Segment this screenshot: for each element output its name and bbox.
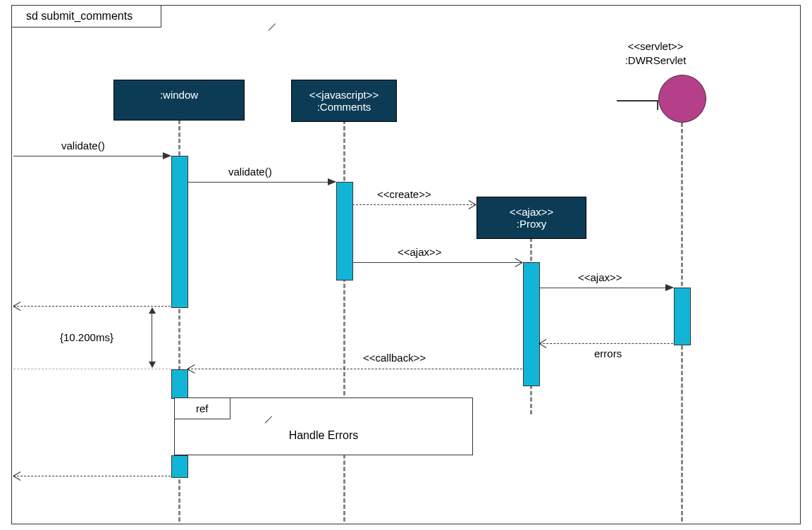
- frame-title-text: sd submit_comments: [26, 10, 133, 22]
- message-validate-2-arrow: [328, 178, 336, 185]
- proxy-activation: [523, 262, 540, 386]
- message-validate-1: [13, 156, 171, 156]
- sequence-diagram: sd submit_comments <<servlet>> :DWRServl…: [0, 0, 812, 530]
- ref-frame-notch: [258, 409, 273, 424]
- message-validate-1-arrow: [163, 152, 171, 159]
- window-activation-2: [171, 369, 188, 399]
- frame-title-notch: [262, 16, 276, 31]
- time-constraint-label: {10.200ms}: [60, 331, 113, 343]
- window-activation-3: [171, 455, 188, 478]
- window-participant: :window: [113, 80, 245, 121]
- proxy-stereotype: <<ajax>>: [483, 206, 580, 218]
- message-validate-2: [187, 182, 336, 183]
- servlet-activation: [674, 288, 691, 345]
- message-callback-guide: [13, 369, 171, 369]
- ref-frame-label: ref: [175, 398, 230, 419]
- frame-title: sd submit_comments: [12, 6, 161, 27]
- comments-name: :Comments: [297, 101, 390, 113]
- comments-participant: <<javascript>> :Comments: [291, 80, 397, 122]
- proxy-name: :Proxy: [483, 218, 580, 230]
- proxy-participant: <<ajax>> :Proxy: [476, 197, 586, 239]
- message-ajax-2: [539, 288, 673, 288]
- servlet-stereotype: <<servlet>>: [613, 39, 698, 54]
- ref-label-text: ref: [196, 402, 209, 414]
- message-ajax-1: [352, 262, 522, 263]
- return-window-1: [13, 306, 171, 307]
- message-create: [352, 204, 476, 205]
- servlet-interface-circle: [658, 75, 706, 123]
- time-constraint-arrow: [152, 308, 152, 367]
- ref-content-text: Handle Errors: [175, 429, 472, 442]
- comments-lifeline: [343, 120, 345, 522]
- message-errors: [539, 343, 673, 344]
- message-callback-label: <<callback>>: [363, 352, 426, 364]
- servlet-label: <<servlet>> :DWRServlet: [613, 39, 698, 67]
- servlet-connector-bar: [617, 100, 658, 101]
- return-window-2: [13, 476, 171, 476]
- message-validate-2-label: validate(): [228, 166, 272, 178]
- comments-activation: [336, 182, 353, 281]
- message-callback: [187, 369, 522, 369]
- message-create-label: <<create>>: [377, 188, 431, 200]
- message-validate-1-label: validate(): [61, 140, 105, 152]
- message-errors-label: errors: [594, 347, 622, 359]
- comments-stereotype: <<javascript>>: [297, 89, 390, 101]
- message-ajax-1-label: <<ajax>>: [398, 246, 442, 258]
- servlet-name: :DWRServlet: [613, 54, 698, 68]
- message-ajax-2-arrow: [665, 284, 674, 291]
- message-ajax-2-label: <<ajax>>: [578, 271, 622, 283]
- ref-frame: ref Handle Errors: [174, 398, 473, 455]
- window-name: :window: [120, 89, 238, 101]
- window-activation-1: [171, 156, 188, 308]
